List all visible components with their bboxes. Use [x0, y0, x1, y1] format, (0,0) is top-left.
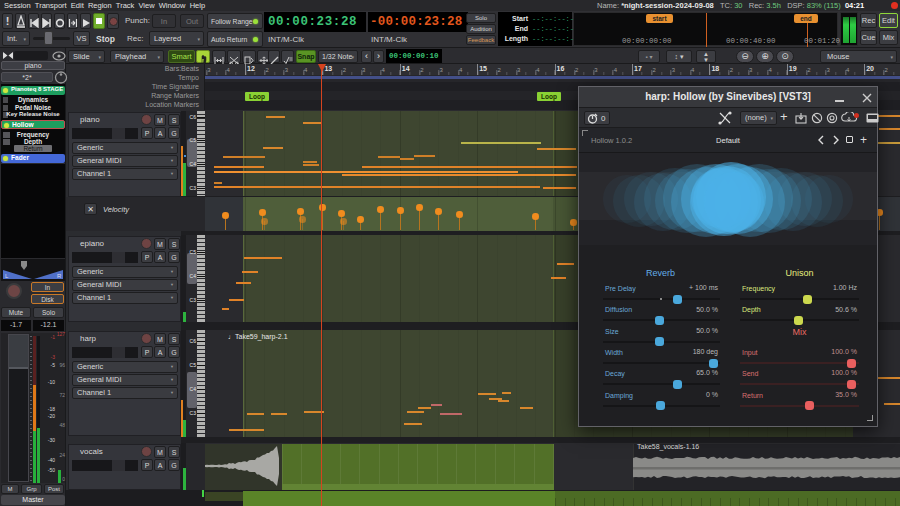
svg-text:R: R [57, 273, 62, 279]
